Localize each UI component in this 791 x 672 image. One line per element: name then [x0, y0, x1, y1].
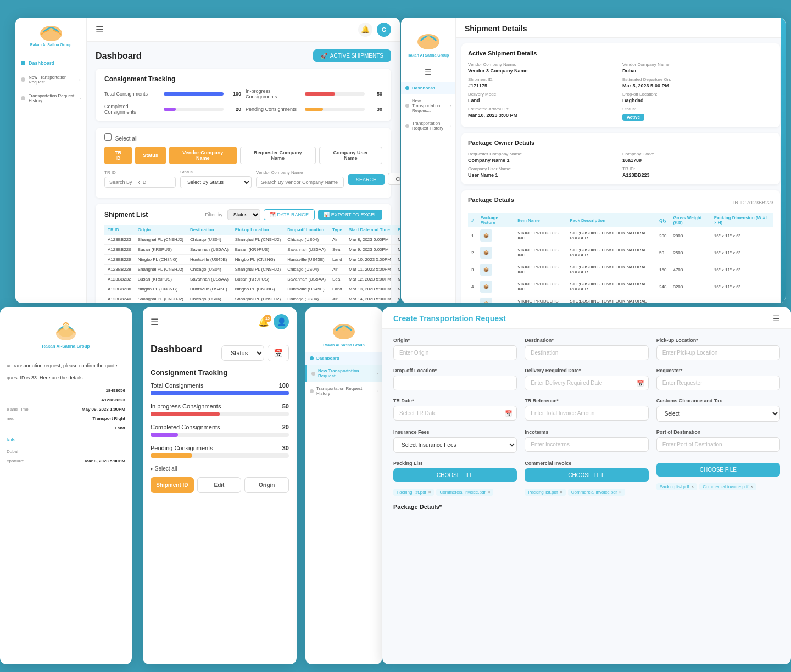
mobile-status-select[interactable]: Status [221, 345, 264, 361]
package-image: 📦 [480, 281, 492, 293]
table-row[interactable]: A123BB236Ningbo PL (CN8NG)Huntsville (US… [104, 284, 400, 294]
chevron-icon: › [79, 77, 81, 82]
package-cell: 2508 [670, 244, 710, 261]
clear-button[interactable]: CLEAR [388, 173, 400, 185]
date-range-button[interactable]: 📅 DATE RANGE [264, 209, 315, 220]
hamburger-create-icon[interactable]: ☰ [773, 314, 780, 323]
table-row[interactable]: A123BB228Shanghai PL (CN9HJ2)Chicago (US… [104, 265, 400, 275]
vendor-input[interactable] [256, 177, 344, 188]
export-excel-button[interactable]: 📊 EXPORT TO EXCEL [318, 210, 382, 220]
filter-btn-tr-id[interactable]: TR ID [104, 147, 132, 164]
tracking-bar-inprogress [305, 92, 335, 96]
mobile-filter-edit[interactable]: Edit [197, 477, 242, 493]
packing-list-choose-button[interactable]: CHOOSE FILE [393, 468, 517, 482]
third-file-remove-1[interactable]: × [691, 484, 694, 489]
mobile-filter-shipment-id[interactable]: Shipment ID [151, 477, 194, 493]
shipment-sidebar-dashboard[interactable]: Dashboard [401, 82, 455, 94]
package-owner-grid: Requester Company Name: Company Name 1 C… [468, 152, 773, 178]
package-cell: 16" x 11" x 6" [711, 261, 773, 278]
mobile-bar-inprogress-track [151, 412, 289, 416]
filter-btn-vendor[interactable]: Vendor Company Name [169, 147, 237, 164]
mobile-select-all[interactable]: ▸ Select all [151, 466, 289, 472]
mobile-calendar-button[interactable]: 📅 [268, 345, 289, 361]
create-sidebar-dashboard[interactable]: Dashboard [305, 352, 382, 365]
packing-file-remove-2[interactable]: × [488, 490, 491, 495]
table-row[interactable]: A123BB232Busan (KR9PUS)Savannah (US5AA)B… [104, 275, 400, 284]
commercial-file-tag-2: Commercial invoice.pdf × [568, 489, 625, 496]
insurance-select[interactable]: Select Insurance Fees [393, 437, 517, 453]
search-button[interactable]: SEARCH [348, 174, 385, 185]
shipment-id-item: Shipment ID: #171175 [468, 77, 619, 88]
origin-input[interactable] [393, 345, 517, 360]
create-sidebar-new-tr[interactable]: New Transportation Request › [305, 365, 382, 382]
commercial-file-remove-1[interactable]: × [560, 490, 562, 495]
shipment-hamburger-icon[interactable]: ☰ [401, 62, 455, 82]
package-cell: 248 [656, 278, 670, 295]
port-input[interactable] [656, 437, 780, 452]
filter-btn-requester[interactable]: Requester Company Name [240, 147, 316, 164]
sidebar-item-tr-history[interactable]: Transportation Request History › [15, 89, 86, 108]
mobile-filter-origin[interactable]: Origin [244, 477, 289, 493]
shipment-filter-select[interactable]: Status [227, 209, 260, 220]
mobile-hamburger-icon[interactable]: ☰ [151, 317, 158, 327]
right-accent-bar [781, 18, 786, 303]
table-cell: Busan (KR9PUS) [232, 245, 284, 255]
select-all-checkbox-label[interactable]: Select all [104, 136, 137, 142]
requester-input[interactable] [656, 376, 780, 390]
commercial-invoice-choose-button[interactable]: CHOOSE FILE [525, 468, 648, 482]
table-cell: Shanghai PL (CN9HJ2) [135, 294, 187, 304]
mobile-filter-buttons: Shipment ID Edit Origin [151, 477, 289, 493]
dropoff-input[interactable] [393, 376, 517, 390]
tr-ref-input[interactable] [525, 406, 648, 421]
mobile-total-row: Total Consignments 100 [151, 382, 289, 389]
pkg-col-weight: Gross Weight (KG) [670, 213, 710, 227]
third-file-remove-2[interactable]: × [750, 484, 753, 489]
table-row[interactable]: A123BB226Busan (KR9PUS)Savannah (US5AA)B… [104, 245, 400, 255]
table-cell: Ningbo PL (CN8NG) [135, 284, 187, 294]
tr-id-input[interactable] [104, 177, 176, 188]
third-file-choose-button[interactable]: CHOOSE FILE [656, 463, 780, 477]
mobile-user-avatar[interactable]: 👤 [274, 314, 289, 329]
mobile-header-icons: 🔔 15 👤 [258, 314, 289, 329]
incoterms-input[interactable] [525, 437, 648, 452]
status-label: Status [180, 170, 252, 175]
packing-file-remove-1[interactable]: × [428, 490, 431, 495]
package-details-sub-title: Package Details* [393, 503, 780, 510]
create-tr-logo-icon [332, 320, 356, 339]
customs-select[interactable]: Select [656, 406, 780, 422]
commercial-file-remove-2[interactable]: × [619, 490, 622, 495]
company-user-item: Company User Name: User Name 1 [468, 166, 619, 178]
filter-btn-status[interactable]: Status [135, 147, 166, 164]
select-all-checkbox[interactable] [104, 133, 112, 141]
hamburger-icon[interactable]: ☰ [96, 24, 103, 35]
port-label: Port of Destination [656, 429, 780, 435]
notif-departure-date: eparture: Mar 6, 2023 5:00PM [0, 456, 132, 466]
destination-input[interactable] [525, 345, 648, 360]
mobile-pending-row: Pending Consignments 30 [151, 445, 289, 451]
notification-bell-icon[interactable]: 🔔 [358, 23, 372, 37]
tr-date-input[interactable] [393, 406, 517, 421]
sidebar-item-dashboard[interactable]: Dashboard [15, 56, 86, 70]
user-avatar[interactable]: G [377, 23, 391, 37]
status-select[interactable]: Select By Status [180, 176, 252, 188]
delivery-date-input[interactable] [525, 376, 648, 390]
vendor-name-right-item: Vendor Company Name: Dubai [622, 62, 773, 74]
mobile-header: ☰ 🔔 15 👤 [143, 307, 297, 336]
pickup-input[interactable] [656, 345, 780, 360]
create-sidebar-history[interactable]: Transportation Request History › [305, 382, 382, 400]
table-row[interactable]: A123BB240Shanghai PL (CN9HJ2)Chicago (US… [104, 294, 400, 304]
shipment-sidebar-new-tr[interactable]: New Transportation Reques... › [401, 94, 455, 117]
sidebar-logo: Rakan Al Safina Group [15, 24, 86, 52]
shipment-sidebar-history[interactable]: Transportation Request History › [401, 117, 455, 135]
notification-details-link[interactable]: tails [0, 433, 132, 447]
table-row[interactable]: A123BB229Ningbo PL (CN8NG)Huntsville (US… [104, 255, 400, 265]
table-cell: Sea [329, 275, 346, 284]
sidebar-item-new-tr[interactable]: New Transportation Request › [15, 70, 86, 89]
active-shipments-button[interactable]: ACTIVE SHIPMENTS [313, 49, 391, 62]
tr-ref-label: TR Reference* [525, 398, 648, 404]
table-cell: Mar 17, 2023 6:00PM [394, 294, 400, 304]
filter-btn-user[interactable]: Company User Name [319, 147, 382, 164]
active-shipment-title: Active Shipment Details [468, 50, 773, 57]
table-row[interactable]: A123BB223Shanghai PL (CN9HJ2)Chicago (US… [104, 235, 400, 245]
mobile-bell-icon[interactable]: 🔔 15 [258, 317, 269, 327]
